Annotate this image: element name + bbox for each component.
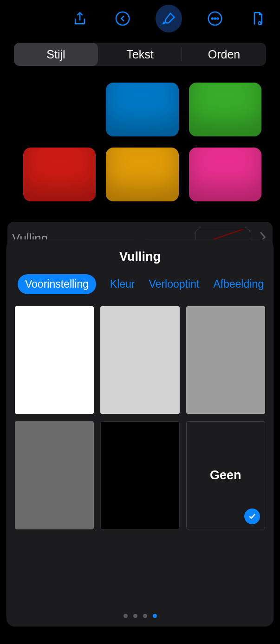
page-dot[interactable] (124, 614, 128, 618)
page-dot[interactable] (143, 614, 147, 618)
preset-swatch[interactable] (15, 306, 94, 414)
style-swatch[interactable] (189, 83, 261, 136)
fill-tab-color[interactable]: Kleur (110, 278, 135, 290)
preset-grid: Geen (15, 306, 265, 529)
preset-swatch-black[interactable] (100, 421, 179, 529)
style-swatch[interactable] (23, 83, 96, 136)
segment-tab-text-label: Tekst (126, 48, 153, 61)
page-dots (7, 614, 273, 618)
share-icon (72, 11, 88, 26)
format-segment: Stijl Tekst Orden (14, 43, 266, 66)
segment-tab-style-label: Stijl (46, 48, 65, 61)
preset-swatch[interactable] (186, 306, 265, 414)
fill-popover: Vulling Voorinstelling Kleur Verlooptint… (7, 239, 273, 626)
fill-tab-preset[interactable]: Voorinstelling (18, 274, 96, 294)
svg-point-4 (217, 18, 218, 19)
style-swatch[interactable] (106, 83, 178, 136)
segment-tab-arrange[interactable]: Orden (182, 43, 266, 66)
format-brush-button[interactable] (156, 5, 182, 32)
top-toolbar (0, 0, 280, 32)
document-eye-icon (250, 11, 266, 26)
svg-point-6 (259, 22, 260, 24)
segment-tab-style[interactable]: Stijl (14, 43, 98, 66)
segment-control-wrap: Stijl Tekst Orden (0, 32, 280, 66)
style-swatch-grid (0, 66, 280, 211)
page-dot[interactable] (153, 614, 157, 618)
preset-swatch[interactable] (15, 421, 94, 529)
style-swatch[interactable] (189, 148, 261, 201)
svg-point-2 (211, 18, 213, 19)
style-swatch[interactable] (23, 148, 96, 201)
preset-swatch-none[interactable]: Geen (186, 421, 265, 529)
fill-type-tabs: Voorinstelling Kleur Verlooptint Afbeeld… (15, 274, 265, 294)
document-options-button[interactable] (247, 8, 268, 29)
svg-point-0 (116, 12, 129, 25)
checkmark-icon (244, 509, 260, 524)
svg-point-3 (214, 18, 215, 19)
segment-tab-text[interactable]: Tekst (98, 43, 182, 66)
undo-button[interactable] (112, 8, 133, 29)
segment-tab-arrange-label: Orden (208, 48, 240, 61)
more-button[interactable] (204, 8, 225, 29)
preset-swatch[interactable] (100, 306, 179, 414)
more-icon (207, 11, 223, 26)
page-dot[interactable] (133, 614, 137, 618)
popover-title: Vulling (15, 250, 265, 264)
fill-tab-image[interactable]: Afbeelding (213, 278, 264, 290)
style-swatch[interactable] (106, 148, 178, 201)
undo-icon (115, 11, 130, 26)
brush-icon (161, 11, 177, 26)
fill-tab-gradient[interactable]: Verlooptint (149, 278, 200, 290)
preset-none-label: Geen (210, 468, 241, 483)
share-button[interactable] (70, 8, 90, 29)
